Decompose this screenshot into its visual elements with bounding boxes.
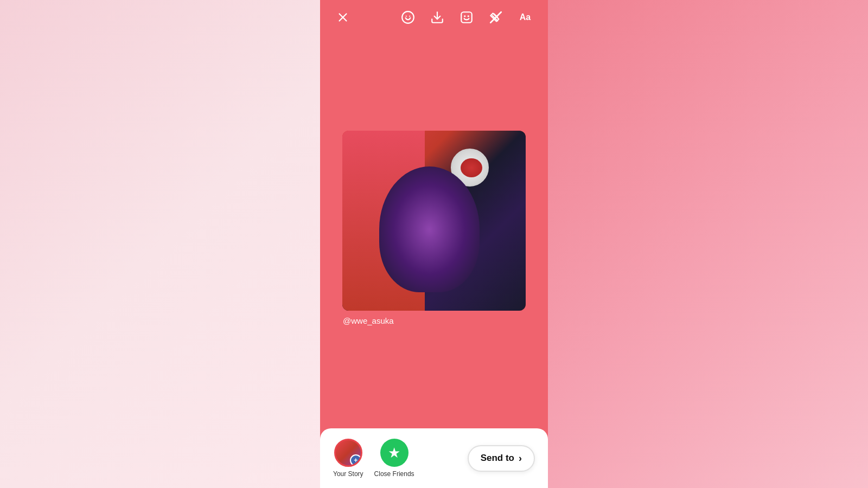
- send-to-button[interactable]: Send to ›: [468, 445, 535, 472]
- your-story-avatar: [334, 439, 362, 467]
- text-button[interactable]: Aa: [515, 8, 535, 27]
- background-right: [548, 0, 868, 488]
- close-friends-label: Close Friends: [374, 470, 414, 478]
- close-icon: [336, 10, 350, 24]
- close-button[interactable]: [333, 8, 353, 27]
- story-editor-container: Aa @wwe_asuka Your Story: [320, 0, 548, 488]
- mention-tag: @wwe_asuka: [343, 316, 394, 325]
- mask-prop: [451, 149, 489, 187]
- emoji-button[interactable]: [398, 8, 418, 27]
- story-image: [342, 131, 526, 311]
- sticker-button[interactable]: [457, 8, 476, 27]
- your-story-label: Your Story: [333, 470, 363, 478]
- text-icon: Aa: [520, 12, 531, 22]
- mute-button[interactable]: [486, 8, 506, 27]
- toolbar-right-icons: Aa: [398, 8, 535, 27]
- svg-rect-6: [461, 12, 472, 23]
- download-button[interactable]: [427, 8, 447, 27]
- close-friends-option[interactable]: ★ Close Friends: [374, 439, 414, 478]
- svg-point-8: [468, 15, 469, 17]
- send-to-label: Send to: [481, 453, 514, 464]
- background-left: [0, 0, 320, 488]
- main-content: @wwe_asuka: [320, 0, 548, 488]
- wrestler-image: [342, 131, 526, 311]
- svg-point-3: [406, 16, 407, 17]
- sticker-icon: [459, 10, 474, 24]
- mute-icon: [489, 10, 503, 24]
- svg-point-2: [402, 11, 414, 23]
- toolbar: Aa: [320, 0, 548, 35]
- bottom-bar: Your Story ★ Close Friends Send to ›: [320, 428, 548, 488]
- chevron-right-icon: ›: [519, 453, 522, 464]
- svg-point-7: [464, 15, 465, 17]
- image-placeholder: [342, 131, 526, 311]
- svg-point-4: [409, 16, 410, 17]
- star-icon: ★: [388, 445, 400, 461]
- your-story-option[interactable]: Your Story: [333, 439, 363, 478]
- close-friends-avatar: ★: [380, 439, 409, 467]
- story-options: Your Story ★ Close Friends: [333, 439, 414, 478]
- download-icon: [430, 10, 444, 24]
- emoji-icon: [401, 10, 415, 24]
- belt-prop: [407, 256, 461, 284]
